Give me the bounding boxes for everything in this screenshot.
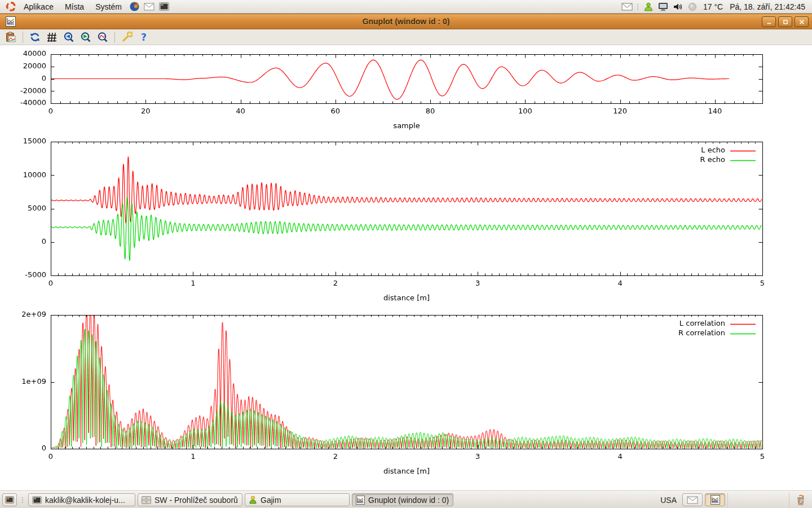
minimize-button[interactable] [762, 16, 776, 27]
settings-button[interactable] [120, 30, 134, 44]
svg-text:?: ? [141, 32, 147, 43]
toggle-grid-button[interactable] [45, 30, 59, 44]
mail-notify-icon[interactable] [621, 1, 633, 12]
volume-icon[interactable] [672, 1, 683, 12]
temperature-indicator[interactable]: 17 °C [700, 2, 726, 11]
keyboard-layout-indicator[interactable]: USA [657, 496, 680, 505]
user-switcher-icon[interactable] [643, 1, 654, 12]
window-titlebar[interactable]: Gnuplot (window id : 0) [0, 14, 812, 29]
taskbar-button-label: kaklik@kaklik-kolej-u... [45, 496, 125, 505]
firefox-icon[interactable] [129, 1, 140, 12]
previous-zoom-button[interactable] [61, 30, 76, 44]
display-settings-icon[interactable] [657, 1, 669, 12]
gnuplot-toolbar: ? [0, 29, 812, 45]
bottom-taskbar: kaklik@kaklik-kolej-u... SW - Prohlížeč … [0, 491, 812, 508]
window-title: Gnuplot (window id : 0) [0, 17, 812, 26]
mail-launcher-icon[interactable] [144, 1, 155, 12]
top-panel: Aplikace Místa Systém [0, 0, 812, 14]
toolbar-separator [114, 32, 115, 43]
copy-to-clipboard-button[interactable] [3, 30, 18, 44]
gnuplot-icon [710, 495, 720, 505]
replot-button[interactable] [28, 30, 42, 44]
taskbar-button-label: Gnuplot (window id : 0) [368, 496, 449, 505]
close-button[interactable] [795, 16, 809, 27]
file-manager-icon [142, 496, 151, 504]
plot-canvas[interactable] [0, 45, 812, 491]
tray-gnuplot-button[interactable] [705, 493, 725, 506]
clock[interactable]: Pá, 18. září, 21:42:45 [726, 2, 809, 11]
taskbar-button-terminal[interactable]: kaklik@kaklik-kolej-u... [28, 493, 135, 506]
gnuplot-plot-area [0, 45, 812, 491]
show-desktop-button[interactable] [2, 493, 17, 506]
taskbar-button-gajim[interactable]: Gajim [245, 493, 350, 506]
tray-mail-button[interactable] [682, 493, 703, 506]
taskbar-button-gnuplot[interactable]: Gnuplot (window id : 0) [352, 493, 453, 506]
gnuplot-icon [356, 496, 365, 505]
taskbar-button-label: Gajim [261, 496, 281, 505]
toolbar-separator [23, 32, 23, 43]
menu-places[interactable]: Místa [59, 0, 90, 14]
weather-icon[interactable] [687, 1, 698, 12]
gajim-icon [249, 496, 257, 504]
desktop: Aplikace Místa Systém [0, 0, 812, 508]
taskbar-button-label: SW - Prohlížeč souborů [155, 496, 238, 505]
ubuntu-logo-icon[interactable] [5, 1, 16, 12]
terminal-launcher-icon[interactable] [158, 1, 170, 12]
next-zoom-button[interactable] [78, 30, 93, 44]
trash-icon[interactable] [793, 493, 808, 507]
tasklist-handle[interactable] [21, 495, 24, 505]
taskbar-button-file-manager[interactable]: SW - Prohlížeč souborů [138, 493, 242, 506]
maximize-button[interactable] [778, 16, 792, 27]
help-button[interactable]: ? [136, 30, 151, 44]
applet-handle[interactable] [636, 2, 639, 12]
notification-tray [727, 493, 789, 507]
terminal-icon [32, 496, 42, 504]
autoscale-button[interactable] [95, 30, 110, 44]
menu-applications[interactable]: Aplikace [18, 0, 59, 14]
menu-system[interactable]: Systém [90, 0, 127, 14]
